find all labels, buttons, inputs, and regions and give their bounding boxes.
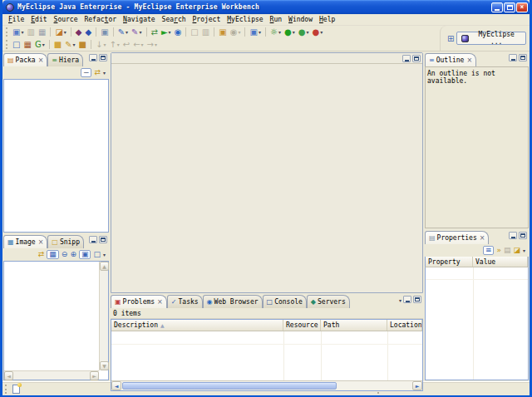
forward-button[interactable]: →▾: [145, 39, 159, 51]
column-value[interactable]: Value: [473, 257, 528, 267]
minimize-view-button[interactable]: [89, 54, 97, 61]
menu-refactor[interactable]: Refactor: [81, 15, 120, 24]
dropdown-arrow-icon[interactable]: ▾: [117, 42, 120, 47]
menu-source[interactable]: Source: [51, 15, 81, 24]
open-resource-button[interactable]: □: [189, 27, 200, 38]
menu-run[interactable]: Run: [267, 15, 285, 24]
close-window-button[interactable]: ×: [516, 2, 528, 12]
save-all-button[interactable]: ▥: [200, 27, 211, 38]
column-location[interactable]: Location: [387, 320, 422, 331]
sync-browser-button[interactable]: ◉▾: [229, 27, 243, 38]
next-annotation-button[interactable]: ↓▾: [94, 39, 107, 51]
column-resource[interactable]: Resource: [283, 320, 321, 331]
scroll-right-icon[interactable]: ►: [412, 381, 422, 390]
new-table-wizard-button[interactable]: ▦: [22, 39, 32, 51]
scroll-left-icon[interactable]: ◄: [111, 381, 121, 390]
view-menu-button[interactable]: ▾: [103, 252, 106, 257]
export-button[interactable]: ■: [77, 39, 88, 51]
view-menu-button[interactable]: ▾: [523, 248, 525, 253]
close-icon[interactable]: ×: [156, 298, 163, 306]
dropdown-arrow-icon[interactable]: ▾: [126, 29, 128, 35]
minimize-view-button[interactable]: [403, 296, 411, 303]
menu-project[interactable]: Project: [190, 15, 224, 24]
dropdown-arrow-icon[interactable]: ▾: [73, 42, 76, 47]
dropdown-arrow-icon[interactable]: ▾: [42, 42, 45, 47]
menu-navigate[interactable]: Navigate: [120, 15, 159, 24]
maximize-window-button[interactable]: [504, 2, 515, 12]
maximize-view-button[interactable]: [99, 236, 107, 243]
new-class-button[interactable]: ✎▾: [116, 27, 130, 38]
import-button[interactable]: ■: [52, 39, 63, 51]
last-edit-location-button[interactable]: ↩: [121, 39, 131, 51]
refresh-image-button[interactable]: ⇄: [38, 251, 45, 258]
dropdown-arrow-icon[interactable]: ▾: [320, 29, 323, 35]
vertical-scrollbar[interactable]: ▲ ▼: [99, 262, 108, 370]
editor-empty-content[interactable]: [111, 64, 422, 292]
run-button[interactable]: ●▾: [283, 27, 297, 38]
run-server-button[interactable]: ●▾: [297, 27, 311, 38]
open-perspective-icon[interactable]: ⊞: [447, 34, 454, 43]
minimize-view-button[interactable]: [509, 232, 517, 239]
open-web-browser-button[interactable]: ◉: [173, 27, 184, 38]
collapse-all-button[interactable]: −: [81, 68, 92, 77]
scroll-up-icon[interactable]: ▲: [100, 262, 109, 271]
dropdown-arrow-icon[interactable]: ▾: [306, 29, 308, 35]
tree-mode-button[interactable]: ≡: [483, 246, 495, 255]
close-icon[interactable]: ×: [466, 56, 472, 64]
maximize-view-button[interactable]: [413, 296, 421, 303]
menu-search[interactable]: Search: [159, 15, 190, 24]
zoom-in-button[interactable]: ⊕: [70, 251, 76, 258]
previous-annotation-button[interactable]: ↑▾: [107, 39, 121, 51]
view-menu-button[interactable]: ▾: [399, 297, 401, 303]
dropdown-arrow-icon[interactable]: ▾: [293, 29, 295, 35]
minimize-view-button[interactable]: [509, 54, 517, 61]
tab-problems[interactable]: ▣ Problems ×: [111, 295, 167, 308]
dropdown-arrow-icon[interactable]: ▾: [21, 29, 23, 35]
new-interface-button[interactable]: ✎▾: [130, 27, 143, 38]
scroll-down-icon[interactable]: ▼: [100, 361, 109, 370]
tab-console[interactable]: □ Console: [263, 295, 307, 308]
fast-view-button[interactable]: [12, 385, 20, 394]
close-icon[interactable]: ×: [37, 238, 44, 246]
tab-image-preview[interactable]: ▦ Image ×: [3, 235, 47, 248]
show-advanced-button[interactable]: »: [496, 247, 501, 254]
column-path[interactable]: Path: [321, 320, 387, 331]
new-myeclipse-wizard-button[interactable]: ◪▾: [53, 27, 67, 38]
dropdown-arrow-icon[interactable]: ▾: [238, 29, 240, 35]
image-preview-canvas[interactable]: ▲ ▼ ◄ ►: [3, 261, 109, 380]
menu-edit[interactable]: Edit: [27, 15, 50, 24]
tab-hierarchy[interactable]: ≡ Hiera: [47, 53, 83, 66]
new-ejb-project-button[interactable]: ◆: [74, 27, 84, 38]
save-button[interactable]: ▥: [25, 27, 36, 38]
tab-servers[interactable]: ◆ Servers: [307, 295, 350, 308]
internal-browser-button[interactable]: ▣▾: [248, 27, 262, 38]
zoom-out-button[interactable]: ⊖: [62, 251, 68, 258]
validate-button[interactable]: ⇄: [150, 27, 160, 38]
package-explorer-tree[interactable]: [3, 79, 109, 233]
tab-properties[interactable]: ▤ Properties ×: [425, 231, 489, 244]
actual-size-button[interactable]: ▣: [79, 250, 91, 259]
dropdown-arrow-icon[interactable]: ▾: [169, 29, 171, 35]
new-jsp-button[interactable]: □: [11, 39, 22, 51]
problems-rows[interactable]: [111, 331, 422, 380]
dropdown-arrow-icon[interactable]: ▾: [278, 29, 281, 35]
dropdown-arrow-icon[interactable]: ▾: [103, 42, 106, 47]
external-tools-button[interactable]: ☼▾: [268, 27, 283, 38]
new-wizard-button[interactable]: ▣▾: [11, 27, 25, 38]
dropdown-arrow-icon[interactable]: ▾: [64, 29, 66, 35]
stop-server-button[interactable]: ●▾: [310, 27, 324, 38]
menu-window[interactable]: Window: [285, 15, 316, 24]
scroll-right-icon[interactable]: ►: [90, 371, 99, 380]
close-icon[interactable]: ×: [479, 234, 485, 242]
scrollbar-thumb[interactable]: [122, 382, 337, 390]
pin-property-button[interactable]: ◪: [513, 247, 520, 254]
edit-resource-button[interactable]: ✎▾: [63, 39, 76, 51]
column-property[interactable]: Property: [426, 257, 473, 267]
perspective-myeclipse-button[interactable]: MyEclipse ...: [456, 32, 526, 45]
tab-web-browser[interactable]: ◉ Web Browser: [203, 295, 263, 308]
show-image-button[interactable]: ▦: [47, 250, 59, 259]
show-categories-button[interactable]: ▤: [504, 247, 511, 254]
menu-file[interactable]: File: [5, 15, 27, 24]
dropdown-arrow-icon[interactable]: ▾: [259, 29, 261, 35]
properties-rows[interactable]: [425, 267, 529, 380]
